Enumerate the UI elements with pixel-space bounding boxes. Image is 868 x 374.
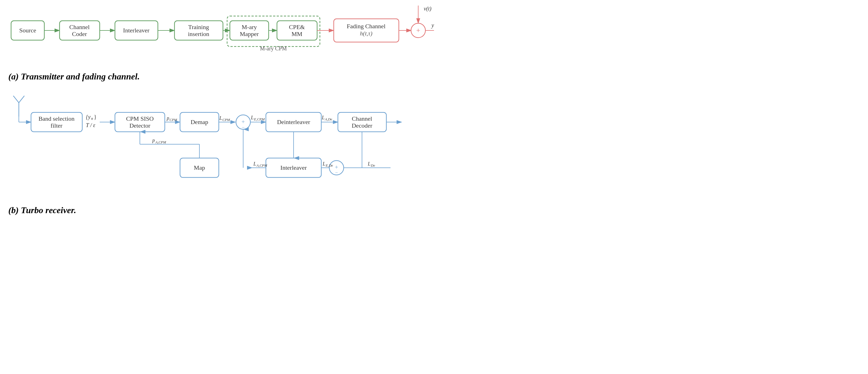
- svg-text:insertion: insertion: [188, 30, 209, 37]
- svg-text:}: }: [94, 114, 97, 120]
- pacpm-label: p: [152, 137, 155, 143]
- lecpm-label: L: [251, 115, 254, 120]
- svg-text:Decoder: Decoder: [352, 122, 373, 129]
- svg-text:A,De: A,De: [324, 117, 332, 121]
- svg-text:Coder: Coder: [72, 30, 87, 37]
- svg-text:A,CPM: A,CPM: [256, 163, 268, 167]
- source-label: Source: [19, 27, 36, 34]
- svg-text:n: n: [91, 117, 93, 121]
- caption-a: (a) Transmitter and fading channel.: [8, 71, 426, 82]
- interleaver-label: Interleaver: [123, 27, 150, 34]
- part-b-container: Band selection filter {y n } T / ε CPM S…: [8, 86, 426, 211]
- svg-line-31: [13, 96, 19, 103]
- svg-line-32: [19, 96, 24, 103]
- deinterleaver-label: Deinterleaver: [277, 119, 310, 125]
- part-b-svg: Band selection filter {y n } T / ε CPM S…: [8, 86, 434, 208]
- map-label: Map: [194, 164, 205, 171]
- svg-text:Mapper: Mapper: [240, 30, 259, 37]
- part-a-svg: Source Channel Coder Interleaver Trainin…: [8, 5, 434, 61]
- pcpm-label: p: [166, 116, 169, 121]
- svg-text:A,CPM: A,CPM: [155, 140, 166, 144]
- svg-text:De: De: [371, 163, 375, 167]
- mary-mapper-label: M-ary: [242, 24, 257, 30]
- mary-cpm-label: M-ary CPM: [260, 45, 287, 52]
- diagram-section: Source Channel Coder Interleaver Trainin…: [8, 5, 426, 215]
- lcpm-label: L: [219, 116, 222, 121]
- svg-text:CPM: CPM: [222, 118, 230, 122]
- fading-channel-label: Fading Channel: [347, 23, 385, 30]
- vt-label: v(t): [424, 5, 432, 12]
- cpe-mm-label: CPE&: [289, 24, 305, 30]
- lacpm-label: L: [253, 161, 256, 167]
- yt-label: y(t): [431, 22, 434, 29]
- lde-label: L: [368, 161, 371, 167]
- channel-decoder-label: Channel: [352, 115, 372, 122]
- training-insertion-label: Training: [188, 24, 209, 30]
- interleaver2-label: Interleaver: [280, 164, 307, 171]
- channel-coder-label: Channel: [69, 24, 89, 30]
- svg-text:filter: filter: [51, 122, 63, 129]
- adder2-minus: −: [335, 170, 338, 175]
- svg-text:MM: MM: [291, 30, 302, 37]
- svg-text:E,De: E,De: [326, 163, 333, 167]
- svg-text:Detector: Detector: [129, 122, 150, 129]
- demap-label: Demap: [191, 119, 208, 125]
- adder1-plus: +: [242, 118, 245, 125]
- adder-plus: +: [416, 26, 421, 34]
- svg-text:E,CPM: E,CPM: [254, 117, 265, 121]
- te-label: T / ε: [86, 122, 95, 128]
- svg-text:CPM: CPM: [169, 118, 178, 122]
- part-a-container: Source Channel Coder Interleaver Trainin…: [8, 5, 426, 69]
- cpm-siso-label: CPM SISO: [126, 115, 154, 122]
- lede-label: L: [322, 161, 326, 167]
- band-selection-label: Band selection: [38, 115, 74, 122]
- svg-text:h(t,τ): h(t,τ): [360, 30, 372, 37]
- lade-label: L: [321, 115, 324, 120]
- yn-label: {y: [86, 114, 91, 120]
